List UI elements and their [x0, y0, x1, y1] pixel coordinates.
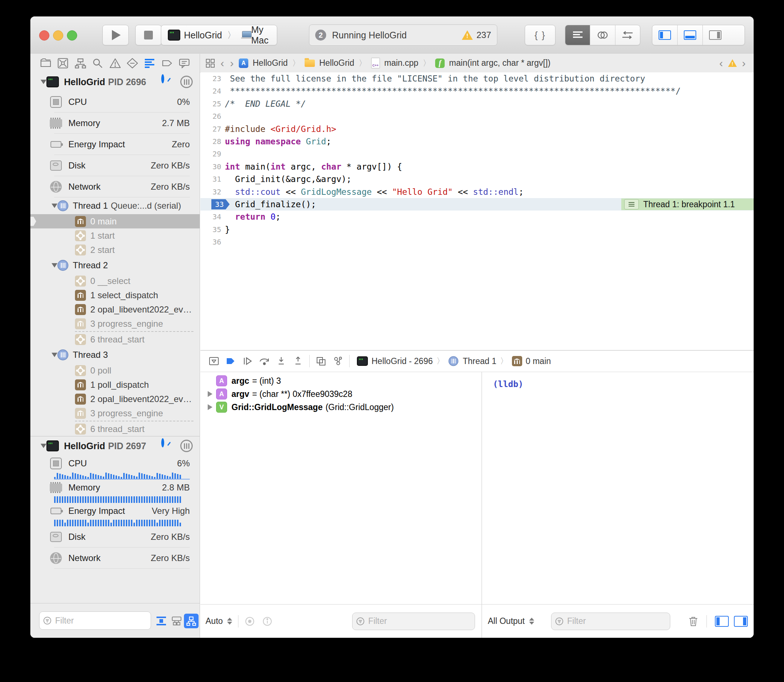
stat-row-energy-impact[interactable]: Energy ImpactZero — [30, 134, 200, 155]
debug-view-hierarchy-button[interactable] — [313, 354, 329, 368]
jumpbar-symbol[interactable]: main(int argc, char * argv[]) — [449, 58, 550, 68]
stack-frame-row[interactable]: 2 start — [30, 243, 200, 257]
breakpoint-annotation[interactable]: Thread 1: breakpoint 1.1 — [621, 198, 754, 210]
stat-row-disk[interactable]: DiskZero KB/s — [30, 155, 200, 176]
stack-frame-row[interactable]: 6 thread_start — [30, 422, 200, 436]
stat-row-cpu[interactable]: CPU6% — [30, 456, 200, 472]
issues-summary[interactable]: 237 — [462, 30, 491, 40]
variables-filter-input[interactable] — [367, 616, 471, 626]
variable-row[interactable]: Aargc= (int) 3 — [200, 374, 482, 387]
stack-frame-row[interactable]: 3 progress_engine — [30, 406, 200, 420]
variables-view[interactable]: Aargc= (int) 3Aargv= (char **) 0x7ffee90… — [200, 372, 482, 604]
stack-frame-row[interactable]: 0 main — [30, 214, 200, 228]
stack-frame-row[interactable]: 6 thread_start — [30, 332, 200, 346]
stack-frame-row[interactable]: 1 poll_dispatch — [30, 378, 200, 392]
show-paused-threads-button[interactable] — [154, 613, 169, 628]
profile-in-instruments-button[interactable] — [161, 440, 164, 446]
code-snippets-button[interactable]: { } — [525, 25, 556, 45]
disclosure-triangle-icon[interactable] — [51, 204, 57, 208]
run-button[interactable] — [102, 25, 129, 45]
jumpbar-folder[interactable]: HelloGrid — [319, 58, 354, 68]
scheme-selector[interactable]: HelloGrid 〉 My Mac — [161, 25, 277, 45]
clear-console-button[interactable] — [688, 616, 698, 627]
navigator-filter-field[interactable] — [39, 612, 151, 630]
back-button[interactable]: ‹ — [220, 58, 225, 69]
toggle-debug-area-button[interactable] — [678, 25, 703, 45]
thread-row[interactable]: Thread 2 — [30, 257, 200, 274]
activity-button[interactable] — [180, 440, 193, 452]
variables-filter-field[interactable] — [352, 613, 475, 630]
warning-icon[interactable] — [728, 59, 737, 67]
variables-scope-popup[interactable]: Auto — [206, 616, 232, 626]
console-view[interactable]: (lldb) — [482, 372, 754, 604]
stat-row-network[interactable]: NetworkZero KB/s — [30, 548, 200, 569]
profile-in-instruments-button[interactable] — [161, 76, 164, 82]
source-editor[interactable]: 23 See the full license in the file "LIC… — [200, 72, 754, 350]
disclosure-triangle-icon[interactable] — [51, 353, 57, 357]
activity-status-view[interactable]: 2 Running HelloGrid 237 — [309, 24, 497, 46]
thread-row[interactable]: Thread 1Queue:...d (serial) — [30, 198, 200, 214]
assistant-editor-button[interactable] — [590, 25, 615, 45]
continue-button[interactable] — [239, 354, 256, 368]
minimize-window-button[interactable] — [53, 30, 63, 41]
step-into-button[interactable] — [273, 354, 290, 368]
toggle-navigator-button[interactable] — [652, 25, 678, 45]
jumpbar-project[interactable]: HelloGrid — [253, 58, 288, 68]
stack-frame-row[interactable]: 2 opal_libevent2022_ev… — [30, 392, 200, 406]
zoom-window-button[interactable] — [67, 30, 77, 41]
view-process-by-queue-button[interactable] — [169, 613, 184, 628]
next-issue-button[interactable]: › — [741, 58, 746, 69]
tab-debug-navigator[interactable] — [144, 58, 155, 69]
close-window-button[interactable] — [39, 30, 49, 41]
tab-report-navigator[interactable] — [179, 58, 190, 69]
tab-find-navigator[interactable] — [92, 58, 104, 69]
version-editor-button[interactable] — [615, 25, 640, 45]
step-out-button[interactable] — [290, 354, 307, 368]
stat-row-energy-impact[interactable]: Energy ImpactVery High — [30, 503, 200, 519]
show-stack-frames-with-symbols-button[interactable] — [184, 613, 198, 628]
tab-breakpoint-navigator[interactable] — [161, 58, 173, 69]
stack-frame-row[interactable]: 0 __select — [30, 274, 200, 288]
stack-frame-row[interactable]: 2 opal_libevent2022_ev… — [30, 302, 200, 317]
forward-button[interactable]: › — [229, 58, 235, 69]
disclosure-triangle-icon[interactable] — [41, 444, 46, 448]
step-over-button[interactable] — [256, 354, 273, 368]
stack-frame-row[interactable]: 3 progress_engine — [30, 317, 200, 331]
annotation-menu-button[interactable] — [624, 199, 639, 209]
stat-row-disk[interactable]: DiskZero KB/s — [30, 526, 200, 548]
toggle-inspector-button[interactable] — [703, 25, 728, 45]
tab-symbol-navigator[interactable] — [75, 58, 86, 69]
activity-button[interactable] — [180, 76, 193, 88]
stat-row-network[interactable]: NetworkZero KB/s — [30, 176, 200, 198]
debug-memory-graph-button[interactable] — [329, 354, 346, 368]
breadcrumb-frame[interactable]: 0 main — [526, 356, 551, 366]
disclosure-triangle-icon[interactable] — [208, 391, 212, 397]
quicklook-button[interactable] — [244, 616, 255, 627]
tab-project-navigator[interactable] — [40, 58, 51, 69]
hide-debug-area-button[interactable] — [206, 354, 222, 368]
stack-frame-row[interactable]: 1 start — [30, 228, 200, 243]
process-header[interactable]: HelloGridPID 2696 — [30, 72, 200, 91]
console-filter-input[interactable] — [567, 616, 666, 626]
stack-frame-row[interactable]: 1 select_dispatch — [30, 288, 200, 302]
stat-row-cpu[interactable]: CPU0% — [30, 91, 200, 113]
standard-editor-button[interactable] — [565, 25, 590, 45]
stat-row-memory[interactable]: Memory2.8 MB — [30, 480, 200, 496]
breadcrumb-process[interactable]: HelloGrid - 2696 — [372, 356, 433, 366]
info-button[interactable] — [262, 616, 273, 627]
disclosure-triangle-icon[interactable] — [51, 263, 57, 268]
process-header[interactable]: HelloGridPID 2697 — [30, 437, 200, 456]
disclosure-triangle-icon[interactable] — [208, 404, 212, 410]
console-filter-field[interactable] — [551, 613, 670, 630]
tab-issue-navigator[interactable] — [109, 58, 121, 69]
navigator-filter-input[interactable] — [54, 615, 147, 626]
disclosure-triangle-icon[interactable] — [41, 80, 46, 84]
stack-frame-row[interactable]: 0 poll — [30, 363, 200, 378]
breadcrumb-thread[interactable]: Thread 1 — [463, 356, 496, 366]
tab-source-control-navigator[interactable] — [57, 58, 69, 69]
stat-row-memory[interactable]: Memory2.7 MB — [30, 113, 200, 134]
breakpoints-enabled-button[interactable] — [222, 354, 239, 368]
variable-row[interactable]: Aargv= (char **) 0x7ffee9039c28 — [200, 387, 482, 401]
stop-button[interactable] — [135, 25, 161, 45]
thread-row[interactable]: Thread 3 — [30, 346, 200, 363]
